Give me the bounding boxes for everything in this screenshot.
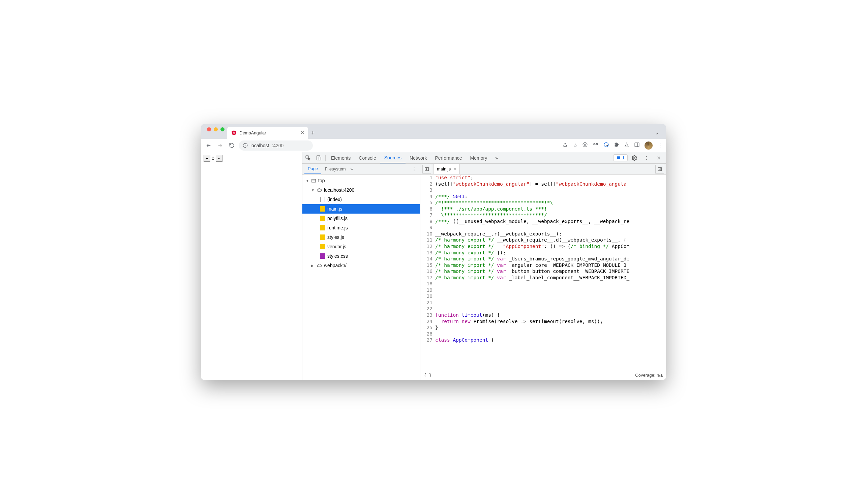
- js-file-icon: [320, 206, 325, 211]
- cloud-icon: [317, 187, 322, 193]
- svg-rect-8: [635, 143, 639, 146]
- extension-icon[interactable]: [592, 142, 599, 149]
- pretty-print-button[interactable]: { }: [424, 373, 431, 378]
- nav-tab-filesystem[interactable]: Filesystem: [321, 164, 349, 174]
- tree-node-top[interactable]: ▼ top: [302, 176, 420, 185]
- share-icon[interactable]: [562, 142, 568, 149]
- devtools-panel: Elements Console Sources Network Perform…: [302, 152, 666, 380]
- side-panel-icon[interactable]: [634, 142, 640, 149]
- toolbar-actions: ☆ ⋮: [562, 142, 663, 150]
- svg-point-6: [604, 143, 609, 147]
- tab-memory[interactable]: Memory: [466, 152, 492, 163]
- js-file-icon: [320, 225, 325, 230]
- svg-point-12: [634, 157, 635, 159]
- browser-tab[interactable]: DemoAngular ×: [227, 127, 308, 139]
- tree-file-mainjs[interactable]: main.js: [302, 204, 420, 213]
- close-devtools-icon[interactable]: ✕: [653, 153, 664, 163]
- svg-rect-11: [319, 157, 321, 160]
- document-icon: [320, 197, 325, 202]
- tab-console[interactable]: Console: [355, 152, 380, 163]
- device-toolbar-icon[interactable]: [313, 153, 324, 163]
- extension-icon[interactable]: [582, 142, 588, 149]
- nav-menu-icon[interactable]: ⋮: [410, 166, 418, 172]
- js-file-icon: [320, 244, 325, 249]
- coverage-label: Coverage: n/a: [635, 373, 663, 378]
- browser-window: DemoAngular × + ⌄ localhost:4200 ☆ ⋮: [201, 124, 666, 380]
- js-file-icon: [320, 216, 325, 221]
- content-area: + 0 - Elements Console Sources Network P…: [201, 152, 666, 380]
- editor-panel: main.js × 1"use strict";2(self["webpackC…: [420, 164, 666, 380]
- extension-icon[interactable]: [603, 142, 609, 149]
- tree-node-host[interactable]: ▼ localhost:4200: [302, 185, 420, 195]
- svg-point-1: [583, 143, 587, 147]
- issues-icon: [616, 156, 621, 160]
- toolbar: localhost:4200 ☆ ⋮: [201, 139, 666, 152]
- back-button[interactable]: [204, 141, 213, 150]
- toggle-navigator-icon[interactable]: [422, 165, 431, 174]
- address-bar[interactable]: localhost:4200: [239, 141, 313, 151]
- close-editor-tab-icon[interactable]: ×: [453, 166, 456, 172]
- forward-button[interactable]: [216, 141, 225, 150]
- svg-point-2: [584, 144, 585, 144]
- close-window-button[interactable]: [207, 127, 211, 131]
- extensions-menu-icon[interactable]: [614, 142, 619, 149]
- nav-overflow-icon[interactable]: »: [351, 166, 353, 172]
- tab-sources[interactable]: Sources: [380, 152, 406, 163]
- new-tab-button[interactable]: +: [308, 130, 318, 139]
- tree-file-stylesjs[interactable]: styles.js: [302, 232, 420, 242]
- navigator-tabs: Page Filesystem » ⋮: [302, 164, 420, 175]
- browser-tab-strip: DemoAngular × + ⌄: [201, 124, 666, 139]
- bookmark-icon[interactable]: ☆: [573, 142, 577, 149]
- css-file-icon: [320, 253, 325, 259]
- minimize-window-button[interactable]: [214, 127, 218, 131]
- editor-statusbar: { } Coverage: n/a: [420, 370, 666, 380]
- tree-node-webpack[interactable]: ▶ webpack://: [302, 261, 420, 270]
- navigator-panel: Page Filesystem » ⋮ ▼ top ▼: [302, 164, 420, 380]
- devtools-tabbar: Elements Console Sources Network Perform…: [302, 152, 666, 164]
- close-tab-button[interactable]: ×: [301, 130, 304, 136]
- sources-body: Page Filesystem » ⋮ ▼ top ▼: [302, 164, 666, 380]
- tab-performance[interactable]: Performance: [431, 152, 466, 163]
- chevron-down-icon: ▼: [306, 179, 309, 183]
- reload-button[interactable]: [227, 141, 236, 150]
- issues-button[interactable]: 1: [613, 154, 628, 161]
- svg-point-7: [607, 145, 608, 146]
- tab-elements[interactable]: Elements: [327, 152, 355, 163]
- nav-tab-page[interactable]: Page: [304, 164, 321, 174]
- js-file-icon: [320, 234, 325, 240]
- svg-point-4: [593, 143, 595, 145]
- tree-file-runtime[interactable]: runtime.js: [302, 223, 420, 232]
- site-info-icon: [243, 143, 248, 148]
- maximize-window-button[interactable]: [221, 127, 225, 131]
- browser-menu-icon[interactable]: ⋮: [657, 142, 663, 149]
- chevron-down-icon: ▼: [311, 188, 314, 192]
- decrement-button[interactable]: -: [216, 155, 223, 162]
- devtools-menu-icon[interactable]: ⋮: [641, 153, 652, 163]
- labs-icon[interactable]: [624, 142, 629, 149]
- svg-point-5: [596, 143, 598, 145]
- tab-network[interactable]: Network: [406, 152, 431, 163]
- url-host: localhost: [250, 143, 269, 148]
- tree-file-vendor[interactable]: vendor.js: [302, 242, 420, 251]
- inspect-element-icon[interactable]: [302, 153, 313, 163]
- tree-file-index[interactable]: (index): [302, 195, 420, 204]
- code-area[interactable]: 1"use strict";2(self["webpackChunkdemo_a…: [420, 175, 666, 370]
- angular-icon: [231, 130, 237, 135]
- increment-button[interactable]: +: [204, 155, 210, 162]
- tab-title: DemoAngular: [239, 130, 266, 135]
- cloud-icon: [317, 263, 322, 268]
- editor-tab-mainjs[interactable]: main.js ×: [433, 164, 460, 174]
- profile-avatar[interactable]: [644, 142, 653, 150]
- window-controls: [204, 127, 227, 135]
- page-body: + 0 -: [201, 152, 302, 380]
- editor-tabbar: main.js ×: [420, 164, 666, 175]
- tree-file-polyfills[interactable]: polyfills.js: [302, 213, 420, 223]
- toggle-debugger-icon[interactable]: [655, 165, 664, 174]
- settings-icon[interactable]: [629, 153, 640, 163]
- counter-value: 0: [212, 156, 214, 161]
- tabs-overflow-icon[interactable]: »: [491, 152, 502, 163]
- tab-search-button[interactable]: ⌄: [655, 130, 663, 139]
- url-port: :4200: [272, 143, 283, 148]
- tree-file-stylescss[interactable]: styles.css: [302, 251, 420, 261]
- frame-icon: [311, 178, 316, 183]
